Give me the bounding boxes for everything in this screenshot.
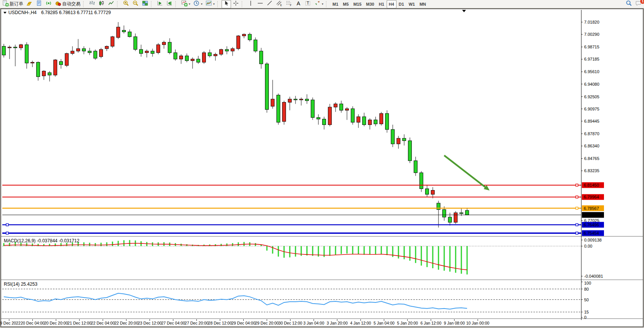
data-window-button[interactable]	[34, 0, 44, 8]
navigator-icon	[45, 0, 52, 8]
candlestick	[94, 51, 97, 58]
dropdown-caret-icon[interactable]: ▾	[322, 2, 323, 6]
dropdown-caret-icon[interactable]: ▾	[189, 2, 190, 6]
line-chart-icon	[108, 0, 114, 8]
candlestick	[340, 104, 343, 110]
auto-scroll-button[interactable]	[155, 0, 165, 8]
price-axis-label: 7.01820	[584, 20, 599, 24]
toolbar-group	[87, 0, 116, 8]
candlestick	[65, 53, 69, 66]
toolbar-group	[222, 0, 241, 8]
chart-ohlc-readout: 6.78285 6.78613 6.77711 6.77729	[41, 10, 111, 15]
candlestick	[385, 114, 389, 130]
channel-icon: E	[276, 0, 283, 8]
fibonacci-button[interactable]: F	[284, 0, 294, 8]
time-axis-label: 21 Dec 12:00	[67, 321, 92, 325]
zoom-out-button[interactable]	[131, 0, 140, 8]
toolbar-separator	[117, 1, 120, 7]
new-order-icon	[2, 0, 9, 8]
candlestick	[111, 37, 114, 46]
market-watch-button[interactable]	[25, 0, 34, 8]
price-tag-label: 6.78567	[584, 206, 599, 211]
text-icon: A	[295, 0, 302, 8]
toolbar-separator	[242, 1, 244, 7]
new-order-button[interactable]: 新订单	[1, 0, 25, 8]
text-button[interactable]: A	[294, 0, 303, 8]
timeframe-M30-button[interactable]: M30	[364, 0, 376, 8]
arrows-button[interactable]: ▾	[313, 0, 325, 8]
search-button[interactable]	[624, 0, 634, 8]
line-handle[interactable]	[576, 196, 578, 198]
toolbar-group	[121, 0, 150, 8]
candlestick	[317, 117, 320, 119]
navigator-button[interactable]	[44, 0, 53, 8]
timeframe-MN-button[interactable]: MN	[417, 0, 428, 8]
templates-button[interactable]: ▾	[204, 0, 216, 8]
candlestick	[380, 114, 383, 124]
candlestick	[305, 99, 309, 101]
new-chart-button[interactable]: ▾	[180, 0, 192, 8]
line-handle[interactable]	[576, 184, 578, 186]
timeframe-M15-button[interactable]: M15	[351, 0, 364, 8]
timeframe-group: M1M5M15M30H1H4D1W1MN	[330, 0, 428, 8]
line-handle[interactable]	[576, 207, 578, 210]
candlestick	[363, 117, 366, 125]
autotrading-button[interactable]: 自动交易	[53, 0, 82, 8]
candles-chart-button[interactable]	[97, 0, 106, 8]
candlestick	[431, 190, 435, 195]
text-label-button[interactable]: T	[303, 0, 313, 8]
candlestick	[248, 34, 252, 40]
zoom-in-button[interactable]	[121, 0, 131, 8]
timeframe-D1-button[interactable]: D1	[397, 0, 406, 8]
candlestick	[122, 30, 126, 32]
candlestick	[420, 173, 423, 189]
candlestick	[88, 51, 92, 53]
line-handle[interactable]	[576, 232, 578, 234]
rsi-axis-label: 0	[584, 315, 586, 320]
crosshair-button[interactable]	[231, 0, 241, 8]
line-chart-button[interactable]	[106, 0, 116, 8]
periods-button[interactable]: ▾	[192, 0, 204, 8]
timeframe-H1-button[interactable]: H1	[376, 0, 386, 8]
bars-chart-button[interactable]	[87, 0, 97, 8]
line-handle[interactable]	[6, 232, 8, 234]
price-axis-label: 6.86340	[584, 144, 599, 148]
candlestick	[197, 59, 200, 62]
timeframe-M5-button[interactable]: M5	[340, 0, 351, 8]
toolbar-separator	[326, 1, 329, 7]
cursor-button[interactable]	[222, 0, 231, 8]
dropdown-caret-icon[interactable]: ▾	[201, 2, 202, 6]
price-axis-label: 6.98715	[584, 45, 599, 49]
vertical-line-button[interactable]	[246, 0, 255, 8]
candlestick	[157, 45, 160, 53]
dropdown-caret-icon[interactable]: ▾	[213, 2, 215, 6]
fibonacci-icon: F	[286, 0, 292, 8]
line-handle[interactable]	[6, 224, 8, 226]
candlestick	[466, 210, 469, 215]
svg-text:T: T	[307, 1, 309, 5]
candlestick	[288, 99, 292, 102]
price-tag-label: 6.77729	[584, 213, 599, 217]
trendline-button[interactable]	[265, 0, 275, 8]
candlestick	[368, 120, 372, 125]
horizontal-line-button[interactable]	[255, 0, 265, 8]
timeframe-H4-button[interactable]: H4	[387, 0, 397, 8]
candlestick	[443, 210, 446, 217]
equidistant-channel-button[interactable]: E	[275, 0, 284, 8]
time-axis-label: 20 Dec 04:00	[21, 321, 45, 325]
notifications-button[interactable]: 1	[634, 0, 643, 8]
candlestick	[168, 42, 172, 53]
timeframe-W1-button[interactable]: W1	[406, 0, 418, 8]
tile-windows-button[interactable]	[140, 0, 150, 8]
chart-shift-button[interactable]	[165, 0, 174, 8]
candlestick	[25, 45, 29, 63]
candlestick	[128, 32, 132, 37]
candlestick	[231, 49, 234, 51]
price-axis-label: 6.90975	[584, 107, 599, 111]
timeframe-M1-button[interactable]: M1	[330, 0, 340, 8]
candlestick	[260, 51, 263, 64]
line-handle[interactable]	[576, 224, 578, 226]
toolbar-group	[155, 0, 174, 8]
candlestick	[82, 49, 86, 51]
candlestick	[140, 50, 143, 54]
